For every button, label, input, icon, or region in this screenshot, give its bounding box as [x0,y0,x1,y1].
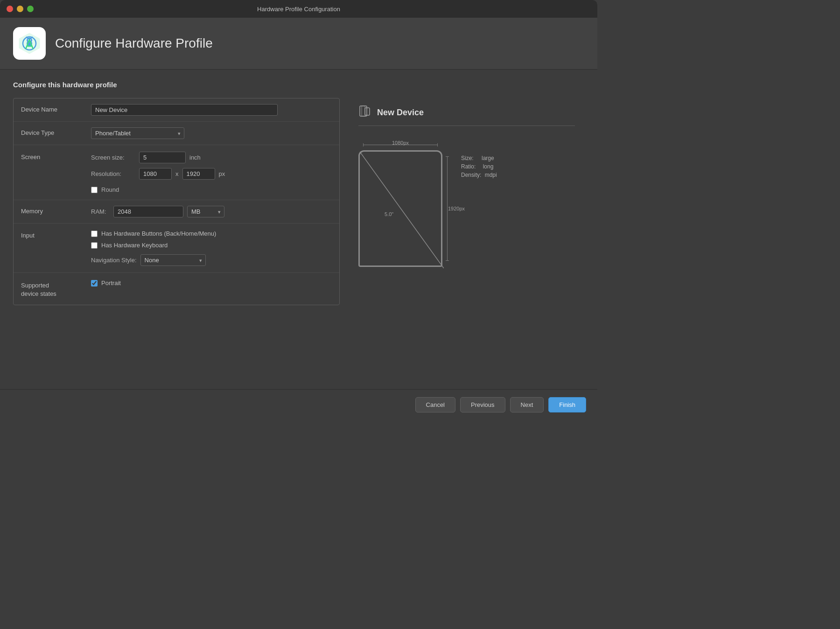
preview-device-icon [358,105,371,120]
android-studio-icon [17,31,42,56]
round-row: Round [91,186,332,193]
resolution-row: Resolution: x px [91,168,332,180]
resolution-height-input[interactable] [182,168,215,180]
height-dimension-line [447,156,448,261]
button-bar: Cancel Previous Next Finish [0,389,597,420]
finish-button[interactable]: Finish [548,397,586,412]
resolution-label: Resolution: [91,170,135,177]
screen-size-row: Screen size: inch [91,152,332,163]
resolution-unit: px [219,170,225,177]
hardware-keyboard-row: Has Hardware Keyboard [91,242,332,249]
screen-row: Screen Screen size: inch Resolution: x p… [14,145,339,200]
device-type-wrapper: Phone/Tablet Phone Tablet TV Wear OS [91,127,184,139]
preview-header: New Device [358,105,575,126]
nav-style-wrapper: None D-pad Trackball Wheel [140,254,206,266]
device-frame: 5.0" [358,150,442,267]
density-spec-value: mdpi [485,172,497,178]
device-name-label: Device Name [21,104,91,113]
maximize-button[interactable] [27,6,34,12]
resolution-width-input[interactable] [139,168,172,180]
hardware-keyboard-checkbox[interactable] [91,242,98,249]
memory-row: Memory RAM: MB GB [14,200,339,224]
ratio-spec-label: Ratio: [461,163,476,170]
device-name-input[interactable] [91,104,278,116]
device-name-control [91,104,332,116]
size-spec-value: large [482,155,494,161]
supported-states-label: Supporteddevice states [21,280,91,298]
memory-label: Memory [21,206,91,215]
supported-states-row: Supporteddevice states Portrait [14,273,339,305]
device-type-control: Phone/Tablet Phone Tablet TV Wear OS [91,127,332,139]
svg-rect-11 [365,108,370,115]
portrait-label: Portrait [101,280,121,287]
screen-label: Screen [21,152,91,161]
preview-panel: New Device 1080px 5.0" [349,98,584,305]
diagonal-label: 5.0" [385,211,393,217]
main-grid: Device Name Device Type Phone/Tablet Pho… [13,98,584,305]
preview-device-name: New Device [377,108,424,118]
form-panel: Device Name Device Type Phone/Tablet Pho… [13,98,340,305]
memory-control: RAM: MB GB [91,206,332,217]
ram-unit-wrapper: MB GB [187,206,224,217]
input-label: Input [21,230,91,239]
navigation-style-label: Navigation Style: [91,257,137,264]
hardware-buttons-label: Has Hardware Buttons (Back/Home/Menu) [101,230,216,237]
next-button[interactable]: Next [510,397,544,412]
round-label: Round [101,186,119,193]
device-type-select[interactable]: Phone/Tablet Phone Tablet TV Wear OS [91,127,184,139]
screen-fields: Screen size: inch Resolution: x px Round [91,152,332,193]
device-name-row: Device Name [14,98,339,122]
cancel-button[interactable]: Cancel [415,397,455,412]
height-label: 1920px [448,206,465,211]
navigation-row: Navigation Style: None D-pad Trackball W… [91,254,332,266]
size-spec-label: Size: [461,155,474,161]
states-fields: Portrait [91,280,332,287]
size-spec: Size: large [461,155,497,161]
density-spec: Density: mdpi [461,172,497,178]
portrait-row: Portrait [91,280,332,287]
device-type-row: Device Type Phone/Tablet Phone Tablet TV… [14,122,339,145]
device-icon-svg [358,105,371,119]
hardware-keyboard-label: Has Hardware Keyboard [101,242,168,249]
device-specs: Size: large Ratio: long Density: mdpi [452,141,497,178]
ratio-spec-value: long [483,163,494,170]
screen-size-input[interactable] [139,152,186,163]
previous-button[interactable]: Previous [460,397,505,412]
header-section: Configure Hardware Profile [0,18,597,70]
portrait-checkbox[interactable] [91,280,98,287]
close-button[interactable] [7,6,13,12]
round-checkbox[interactable] [91,187,98,193]
ratio-spec: Ratio: long [461,163,497,170]
ram-unit-select[interactable]: MB GB [187,206,224,217]
traffic-lights [7,6,34,12]
app-logo [13,27,46,60]
ram-input[interactable] [113,206,183,217]
input-fields: Has Hardware Buttons (Back/Home/Menu) Ha… [91,230,332,266]
svg-line-12 [360,152,444,268]
resolution-x: x [175,170,179,177]
screen-size-label: Screen size: [91,154,135,161]
title-bar: Hardware Profile Configuration [0,0,597,18]
width-label: 1080px [392,140,409,146]
hardware-buttons-checkbox[interactable] [91,231,98,237]
section-title: Configure this hardware profile [13,81,584,89]
device-diagram: 1080px 5.0" 1920px [358,150,442,267]
input-row: Input Has Hardware Buttons (Back/Home/Me… [14,224,339,273]
device-diagram-container: 1080px 5.0" 1920px [358,132,575,276]
ram-label: RAM: [91,208,110,215]
content-area: Configure this hardware profile Device N… [0,70,597,316]
page-title: Configure Hardware Profile [55,36,213,51]
minimize-button[interactable] [17,6,23,12]
navigation-select[interactable]: None D-pad Trackball Wheel [140,254,206,266]
diagonal-line-svg [360,152,444,268]
screen-size-unit: inch [189,154,201,161]
device-type-label: Device Type [21,127,91,136]
memory-fields: RAM: MB GB [91,206,332,217]
hardware-buttons-row: Has Hardware Buttons (Back/Home/Menu) [91,230,332,237]
window-title: Hardware Profile Configuration [257,6,340,13]
svg-rect-10 [362,106,365,116]
density-spec-label: Density: [461,172,481,178]
